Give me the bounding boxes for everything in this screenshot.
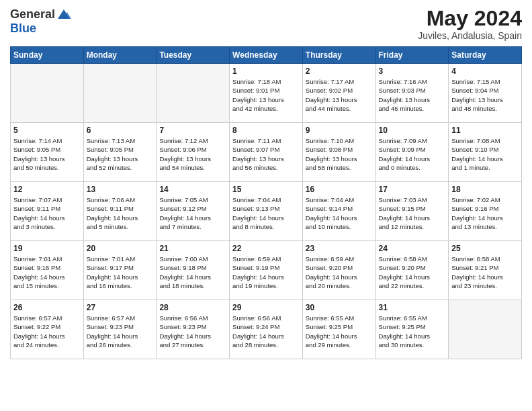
day-info: Sunrise: 7:13 AM Sunset: 9:05 PM Dayligh…	[87, 136, 154, 172]
day-info: Sunrise: 7:07 AM Sunset: 9:11 PM Dayligh…	[13, 195, 81, 231]
day-info: Sunrise: 7:10 AM Sunset: 9:08 PM Dayligh…	[306, 136, 373, 172]
calendar-cell: 7Sunrise: 7:12 AM Sunset: 9:06 PM Daylig…	[157, 123, 230, 182]
day-number: 10	[379, 126, 446, 135]
logo-icon	[56, 7, 71, 21]
day-info: Sunrise: 7:15 AM Sunset: 9:04 PM Dayligh…	[451, 77, 519, 113]
col-friday: Friday	[375, 47, 449, 64]
day-info: Sunrise: 7:05 AM Sunset: 9:12 PM Dayligh…	[159, 195, 226, 231]
calendar-cell: 16Sunrise: 7:04 AM Sunset: 9:14 PM Dayli…	[302, 182, 375, 241]
day-info: Sunrise: 7:16 AM Sunset: 9:03 PM Dayligh…	[379, 77, 446, 113]
calendar-cell: 8Sunrise: 7:11 AM Sunset: 9:07 PM Daylig…	[230, 123, 303, 182]
day-info: Sunrise: 6:55 AM Sunset: 9:25 PM Dayligh…	[379, 314, 446, 349]
calendar-cell: 29Sunrise: 6:56 AM Sunset: 9:24 PM Dayli…	[230, 300, 303, 359]
day-number: 17	[379, 185, 446, 194]
day-number: 28	[159, 303, 226, 312]
day-number: 1	[232, 66, 300, 76]
day-info: Sunrise: 7:01 AM Sunset: 9:16 PM Dayligh…	[13, 255, 81, 290]
day-info: Sunrise: 6:58 AM Sunset: 9:20 PM Dayligh…	[379, 255, 446, 290]
col-sunday: Sunday	[11, 47, 84, 64]
day-number: 11	[451, 126, 519, 135]
calendar-cell: 5Sunrise: 7:14 AM Sunset: 9:05 PM Daylig…	[11, 123, 84, 182]
day-number: 24	[379, 244, 446, 253]
day-info: Sunrise: 6:55 AM Sunset: 9:25 PM Dayligh…	[306, 314, 373, 349]
calendar-cell: 3Sunrise: 7:16 AM Sunset: 9:03 PM Daylig…	[375, 64, 449, 123]
calendar-week-4: 19Sunrise: 7:01 AM Sunset: 9:16 PM Dayli…	[11, 241, 522, 300]
day-info: Sunrise: 6:59 AM Sunset: 9:20 PM Dayligh…	[306, 255, 373, 290]
calendar-week-2: 5Sunrise: 7:14 AM Sunset: 9:05 PM Daylig…	[11, 123, 522, 182]
day-number: 9	[306, 126, 373, 135]
day-number: 6	[87, 126, 154, 135]
calendar-cell: 24Sunrise: 6:58 AM Sunset: 9:20 PM Dayli…	[375, 241, 449, 300]
month-title: May 2024	[418, 7, 522, 30]
day-number: 2	[306, 66, 373, 76]
logo-blue: Blue	[10, 21, 36, 36]
calendar-cell	[157, 64, 230, 123]
calendar-cell: 12Sunrise: 7:07 AM Sunset: 9:11 PM Dayli…	[11, 182, 84, 241]
col-thursday: Thursday	[302, 47, 375, 64]
calendar-cell: 27Sunrise: 6:57 AM Sunset: 9:23 PM Dayli…	[83, 300, 157, 359]
logo: General Blue	[10, 7, 71, 36]
calendar-cell: 22Sunrise: 6:59 AM Sunset: 9:19 PM Dayli…	[230, 241, 303, 300]
day-number: 25	[451, 244, 519, 253]
day-number: 22	[232, 244, 300, 253]
day-info: Sunrise: 7:18 AM Sunset: 9:01 PM Dayligh…	[232, 77, 300, 113]
calendar-cell: 2Sunrise: 7:17 AM Sunset: 9:02 PM Daylig…	[302, 64, 375, 123]
day-info: Sunrise: 7:09 AM Sunset: 9:09 PM Dayligh…	[379, 136, 446, 172]
calendar-cell	[83, 64, 157, 123]
location-title: Juviles, Andalusia, Spain	[418, 30, 522, 41]
header: General Blue May 2024 Juviles, Andalusia…	[10, 7, 522, 41]
day-info: Sunrise: 7:00 AM Sunset: 9:18 PM Dayligh…	[159, 255, 226, 290]
calendar-cell: 30Sunrise: 6:55 AM Sunset: 9:25 PM Dayli…	[302, 300, 375, 359]
day-number: 19	[13, 244, 81, 253]
day-info: Sunrise: 7:01 AM Sunset: 9:17 PM Dayligh…	[87, 255, 154, 290]
day-number: 21	[159, 244, 226, 253]
calendar-cell: 20Sunrise: 7:01 AM Sunset: 9:17 PM Dayli…	[83, 241, 157, 300]
calendar-cell: 15Sunrise: 7:04 AM Sunset: 9:13 PM Dayli…	[230, 182, 303, 241]
calendar-cell	[449, 300, 522, 359]
day-number: 12	[13, 185, 81, 194]
day-info: Sunrise: 7:11 AM Sunset: 9:07 PM Dayligh…	[232, 136, 300, 172]
day-info: Sunrise: 7:03 AM Sunset: 9:15 PM Dayligh…	[379, 195, 446, 231]
calendar-week-5: 26Sunrise: 6:57 AM Sunset: 9:22 PM Dayli…	[11, 300, 522, 359]
calendar-cell: 10Sunrise: 7:09 AM Sunset: 9:09 PM Dayli…	[375, 123, 449, 182]
day-info: Sunrise: 7:04 AM Sunset: 9:13 PM Dayligh…	[232, 195, 300, 231]
col-monday: Monday	[83, 47, 157, 64]
day-info: Sunrise: 6:57 AM Sunset: 9:23 PM Dayligh…	[87, 314, 154, 349]
day-info: Sunrise: 6:56 AM Sunset: 9:24 PM Dayligh…	[232, 314, 300, 349]
calendar-cell: 4Sunrise: 7:15 AM Sunset: 9:04 PM Daylig…	[449, 64, 522, 123]
calendar-cell: 26Sunrise: 6:57 AM Sunset: 9:22 PM Dayli…	[11, 300, 84, 359]
calendar-cell: 14Sunrise: 7:05 AM Sunset: 9:12 PM Dayli…	[157, 182, 230, 241]
calendar-cell	[11, 64, 84, 123]
day-number: 15	[232, 185, 300, 194]
day-number: 14	[159, 185, 226, 194]
day-number: 5	[13, 126, 81, 135]
day-info: Sunrise: 6:56 AM Sunset: 9:23 PM Dayligh…	[159, 314, 226, 349]
day-info: Sunrise: 7:17 AM Sunset: 9:02 PM Dayligh…	[306, 77, 373, 113]
col-wednesday: Wednesday	[230, 47, 303, 64]
day-number: 7	[159, 126, 226, 135]
calendar-cell: 21Sunrise: 7:00 AM Sunset: 9:18 PM Dayli…	[157, 241, 230, 300]
calendar-cell: 23Sunrise: 6:59 AM Sunset: 9:20 PM Dayli…	[302, 241, 375, 300]
day-info: Sunrise: 6:59 AM Sunset: 9:19 PM Dayligh…	[232, 255, 300, 290]
logo-general: General	[10, 7, 55, 21]
day-info: Sunrise: 7:12 AM Sunset: 9:06 PM Dayligh…	[159, 136, 226, 172]
day-number: 29	[232, 303, 300, 312]
calendar-cell: 9Sunrise: 7:10 AM Sunset: 9:08 PM Daylig…	[302, 123, 375, 182]
calendar-week-1: 1Sunrise: 7:18 AM Sunset: 9:01 PM Daylig…	[11, 64, 522, 123]
day-info: Sunrise: 7:02 AM Sunset: 9:16 PM Dayligh…	[451, 195, 519, 231]
day-info: Sunrise: 6:57 AM Sunset: 9:22 PM Dayligh…	[13, 314, 81, 349]
day-number: 8	[232, 126, 300, 135]
day-info: Sunrise: 7:14 AM Sunset: 9:05 PM Dayligh…	[13, 136, 81, 172]
day-number: 30	[306, 303, 373, 312]
day-info: Sunrise: 7:06 AM Sunset: 9:11 PM Dayligh…	[87, 195, 154, 231]
day-info: Sunrise: 6:58 AM Sunset: 9:21 PM Dayligh…	[451, 255, 519, 290]
calendar-cell: 17Sunrise: 7:03 AM Sunset: 9:15 PM Dayli…	[375, 182, 449, 241]
day-number: 31	[379, 303, 446, 312]
calendar-cell: 25Sunrise: 6:58 AM Sunset: 9:21 PM Dayli…	[449, 241, 522, 300]
calendar-container: General Blue May 2024 Juviles, Andalusia…	[0, 0, 532, 366]
calendar-cell: 18Sunrise: 7:02 AM Sunset: 9:16 PM Dayli…	[449, 182, 522, 241]
calendar-cell: 19Sunrise: 7:01 AM Sunset: 9:16 PM Dayli…	[11, 241, 84, 300]
calendar-cell: 13Sunrise: 7:06 AM Sunset: 9:11 PM Dayli…	[83, 182, 157, 241]
calendar-cell: 1Sunrise: 7:18 AM Sunset: 9:01 PM Daylig…	[230, 64, 303, 123]
col-saturday: Saturday	[449, 47, 522, 64]
